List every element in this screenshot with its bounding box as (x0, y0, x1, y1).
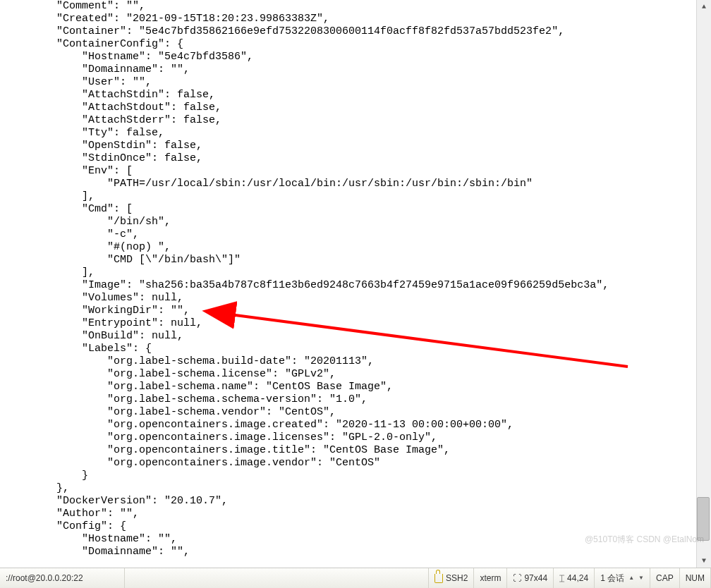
terminal-line: "org.opencontainers.image.created": "202… (6, 419, 693, 431)
scroll-down-arrow-icon[interactable]: ▼ (697, 554, 711, 568)
terminal-line: "org.label-schema.build-date": "20201113… (6, 355, 693, 368)
sessions-label: 1 会话 (600, 572, 624, 584)
size-icon: ⛶ (513, 572, 521, 584)
terminal-line: "Image": "sha256:ba35a4b787c8f11e3b6ed92… (6, 279, 693, 292)
terminal-line: "Volumes": null, (6, 292, 693, 305)
terminal-line: "org.label-schema.schema-version": "1.0"… (6, 393, 693, 406)
terminal-line: "Author": "", (6, 508, 693, 520)
terminal-line: "org.label-schema.license": "GPLv2", (6, 368, 693, 381)
terminal-line: "Cmd": [ (6, 203, 693, 216)
terminal-line: "Domainname": "", (6, 63, 693, 76)
scrollbar-track[interactable]: ▲ ▼ (696, 0, 711, 568)
status-spacer (125, 568, 429, 588)
terminal-line: "AttachStdin": false, (6, 89, 693, 102)
terminal-line: "org.opencontainers.image.licenses": "GP… (6, 431, 693, 444)
terminal-line: "DockerVersion": "20.10.7", (6, 495, 693, 508)
terminal-line: "Env": [ (6, 165, 693, 178)
terminal-line: "Hostname": "5e4c7bfd3586", (6, 51, 693, 63)
terminal-line: "AttachStderr": false, (6, 114, 693, 127)
terminal-line: "-c", (6, 228, 693, 241)
term-label: xterm (480, 572, 501, 584)
terminal-line: "Domainname": "", (6, 546, 693, 558)
terminal-line: "org.opencontainers.image.vendor": "Cent… (6, 457, 693, 470)
caps-label: CAP (656, 572, 674, 584)
size-label: 97x44 (524, 572, 547, 584)
watermark-text: @510T0博客 CSDN @EtalNom (585, 533, 704, 546)
num-label: NUM (686, 572, 705, 584)
status-proto: SSH2 (429, 568, 474, 588)
terminal-line: "WorkingDir": "", (6, 305, 693, 317)
chevron-up-icon: ▲ (627, 572, 634, 584)
terminal-line: }, (6, 482, 693, 495)
status-size: ⛶ 97x44 (507, 568, 554, 588)
terminal-line: ], (6, 267, 693, 279)
status-caps: CAP (650, 568, 680, 588)
terminal-line: "org.label-schema.name": "CentOS Base Im… (6, 381, 693, 393)
lock-icon (435, 574, 443, 583)
proto-label: SSH2 (446, 572, 468, 584)
status-cursor: ⌶ 44,24 (554, 568, 595, 588)
terminal-line: "#(nop) ", (6, 241, 693, 254)
terminal-line: "Tty": false, (6, 127, 693, 140)
terminal-line: "OnBuild": null, (6, 330, 693, 343)
terminal-line: "/bin/sh", (6, 216, 693, 228)
terminal-line: "Created": "2021-09-15T18:20:23.99863383… (6, 13, 693, 25)
terminal-line: "Comment": "", (6, 0, 693, 13)
terminal-line: "OpenStdin": false, (6, 140, 693, 152)
terminal-line: "PATH=/usr/local/sbin:/usr/local/bin:/us… (6, 178, 693, 190)
terminal-line: } (6, 470, 693, 482)
terminal-line: "AttachStdout": false, (6, 102, 693, 114)
status-sessions[interactable]: 1 会话 ▲ ▼ (595, 568, 650, 588)
terminal-line: "Entrypoint": null, (6, 317, 693, 330)
cursor-icon: ⌶ (559, 572, 564, 584)
terminal-line: ], (6, 190, 693, 203)
terminal-line: "CMD [\"/bin/bash\"]" (6, 254, 693, 267)
terminal-line: "org.opencontainers.image.title": "CentO… (6, 444, 693, 457)
terminal-line: "User": "", (6, 76, 693, 89)
terminal-line: "StdinOnce": false, (6, 152, 693, 165)
host-label: ://root@20.0.0.20:22 (6, 572, 83, 584)
scroll-up-arrow-icon[interactable]: ▲ (697, 0, 711, 14)
terminal-line: "Config": { (6, 520, 693, 533)
terminal-line: "Labels": { (6, 343, 693, 355)
terminal-line: "ContainerConfig": { (6, 38, 693, 51)
terminal-line: "Container": "5e4c7bfd35862166e9efd75322… (6, 25, 693, 38)
status-bar: ://root@20.0.0.20:22 SSH2 xterm ⛶ 97x44 … (0, 568, 711, 588)
terminal-output[interactable]: "Comment": "", "Created": "2021-09-15T18… (0, 0, 693, 568)
terminal-line: "org.label-schema.vendor": "CentOS", (6, 406, 693, 419)
status-term: xterm (474, 568, 507, 588)
status-host: ://root@20.0.0.20:22 (0, 568, 125, 588)
terminal-panel: "Comment": "", "Created": "2021-09-15T18… (0, 0, 711, 568)
chevron-down-icon: ▼ (637, 572, 644, 584)
cursor-label: 44,24 (567, 572, 588, 584)
status-num: NUM (680, 568, 711, 588)
